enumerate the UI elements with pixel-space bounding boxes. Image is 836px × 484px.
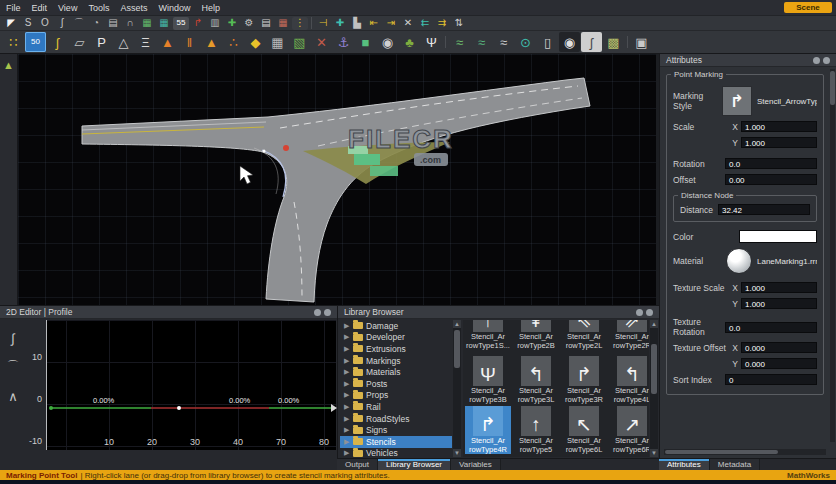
tab-metadata[interactable]: Metadata [710, 459, 760, 470]
marking-point-tool-icon[interactable]: 50 [25, 32, 46, 52]
elevation-pin-tool-icon[interactable]: ⊙ [515, 32, 536, 52]
select-tool-icon[interactable]: ◤ [3, 17, 19, 30]
barricade-icon[interactable]: ▲ [201, 32, 222, 52]
bridge-tool-icon[interactable]: ∩ [122, 17, 138, 30]
rotation-input[interactable]: 0.0 [725, 158, 817, 169]
scroll-down-icon[interactable]: ▼ [650, 449, 658, 457]
stencil-thumbnail-rowtype6l[interactable]: ↖Stencil_ArrowType6L [561, 406, 607, 454]
lane-center-tool-icon[interactable]: ⇅ [451, 17, 467, 30]
road-loop-tool-icon[interactable]: O [37, 17, 53, 30]
expand-icon[interactable]: ▶ [344, 345, 350, 353]
thumbnails-scrollbar[interactable]: ▲ ▼ [650, 320, 658, 457]
panel-options-icon[interactable] [636, 309, 643, 316]
road-spline-tool-icon[interactable]: ʃ [54, 17, 70, 30]
copy-scene-tool-icon[interactable]: ▣ [631, 32, 652, 52]
tree-item-signs[interactable]: ▶Signs [340, 424, 452, 436]
scale-y-input[interactable]: 1.000 [741, 137, 817, 148]
repair-tools-icon[interactable]: ✕ [311, 32, 332, 52]
tab-attributes[interactable]: Attributes [659, 459, 710, 470]
terrain-patch-tool-icon[interactable]: ▧ [289, 32, 310, 52]
attributes-horizontal-scrollbar[interactable] [664, 449, 826, 455]
tree-item-damage[interactable]: ▶Damage [340, 320, 452, 332]
profile-plot[interactable]: 1020304070800.00%0.00%0.00% [46, 320, 336, 450]
tree-item-markings[interactable]: ▶Markings [340, 355, 452, 367]
tree-item-stencils[interactable]: ▶Stencils [340, 436, 452, 448]
vegetation-tool-icon[interactable]: ♣ [399, 32, 420, 52]
tree-item-materials[interactable]: ▶Materials [340, 366, 452, 378]
prop-tool-icon[interactable]: ⚙ [241, 17, 257, 30]
expand-icon[interactable]: ▶ [344, 449, 350, 457]
tab-output[interactable]: Output [337, 459, 378, 470]
panel-close-icon[interactable] [324, 309, 331, 316]
ground-tile-tool-icon[interactable]: ■ [355, 32, 376, 52]
stage-export-tool-icon[interactable]: ▩ [603, 32, 624, 52]
lane-cut-tool-icon[interactable]: ✕ [400, 17, 416, 30]
stencil-thumbnail-rowtype2b[interactable]: ⇞Stencil_ArrowType2B [513, 320, 559, 350]
scene-button[interactable]: Scene [784, 2, 832, 13]
expand-icon[interactable]: ▶ [344, 415, 350, 423]
panel-close-icon[interactable] [823, 57, 830, 64]
stencil-thumbnail-rowtype3r[interactable]: ↱Stencil_ArrowType3R [561, 356, 607, 404]
stencil-thumbnail-rowtype2l[interactable]: ⇖Stencil_ArrowType2L [561, 320, 607, 350]
marking-polygon-tool-icon[interactable]: ▱ [69, 32, 90, 52]
marking-stripes-tool-icon[interactable]: ∷ [3, 32, 24, 52]
texture-scale-x-input[interactable]: 1.000 [741, 282, 817, 293]
panel-options-icon[interactable] [813, 57, 820, 64]
guardrail-tool-icon[interactable]: ▥ [207, 17, 223, 30]
tree-item-posts[interactable]: ▶Posts [340, 378, 452, 390]
lane-shift-left-tool-icon[interactable]: ⇇ [417, 17, 433, 30]
panel-close-icon[interactable] [646, 309, 653, 316]
surface-stack-tool-icon[interactable]: ≈ [471, 32, 492, 52]
profile-curve-icon[interactable]: ∫ [4, 330, 22, 346]
attributes-vertical-scrollbar[interactable] [830, 69, 835, 442]
material-thumbnail[interactable] [726, 248, 752, 274]
stencil-thumbnail-rowtype2r[interactable]: ⇗Stencil_ArrowType2R [609, 320, 649, 350]
expand-icon[interactable]: ▶ [344, 333, 350, 341]
tab-library-browser[interactable]: Library Browser [378, 459, 451, 470]
menu-tools[interactable]: Tools [88, 3, 109, 13]
texture-offset-y-input[interactable]: 0.000 [741, 358, 817, 369]
road-fork-tool-icon[interactable]: Ψ [421, 32, 442, 52]
marking-style-thumbnail[interactable]: ↱ [722, 86, 752, 116]
marking-curve-tool-icon[interactable]: ʃ [47, 32, 68, 52]
tree-item-props[interactable]: ▶Props [340, 390, 452, 402]
menu-view[interactable]: View [58, 3, 77, 13]
heightmap-tool-icon[interactable]: ▙ [349, 17, 365, 30]
surface-cut-tool-icon[interactable]: ≈ [493, 32, 514, 52]
distance-input[interactable]: 32.42 [718, 204, 810, 215]
surface-layer-tool-icon[interactable]: ≈ [449, 32, 470, 52]
building-tool-icon[interactable]: ▦ [267, 32, 288, 52]
menu-help[interactable]: Help [201, 3, 220, 13]
traffic-signal-tool-icon[interactable]: ⋮ [292, 17, 308, 30]
terrain-icon[interactable]: ▲ [1, 58, 16, 72]
road-plan-tool-icon[interactable]: S [20, 17, 36, 30]
offset-input[interactable]: 0.00 [725, 174, 817, 185]
lane-width-tool-icon[interactable]: ⊣ [315, 17, 331, 30]
protractor-tool-icon[interactable]: ◔ [88, 17, 104, 30]
stencil-thumbnail-rowtype4l[interactable]: ↰Stencil_ArrowType4L [609, 356, 649, 404]
texture-scale-y-input[interactable]: 1.000 [741, 298, 817, 309]
road-arc-tool-icon[interactable]: ⌒ [71, 17, 87, 30]
traffic-cone-icon[interactable]: ▲ [157, 32, 178, 52]
tree-item-extrusions[interactable]: ▶Extrusions [340, 343, 452, 355]
lane-branch-tool-icon[interactable]: ↱ [190, 17, 206, 30]
tree-scrollbar[interactable]: ▲ ▼ [453, 320, 461, 457]
junction-surface-tool-icon[interactable]: ▦ [275, 17, 291, 30]
delineator-posts-icon[interactable]: ‖ [179, 32, 200, 52]
stencil-thumbnail-rowtype3b[interactable]: ΨStencil_ArrowType3B [465, 356, 511, 404]
warning-sign-icon[interactable]: ◆ [245, 32, 266, 52]
expand-icon[interactable]: ▶ [344, 322, 350, 330]
parking-marking-tool-icon[interactable]: P [91, 32, 112, 52]
lane-insert-right-tool-icon[interactable]: ⇥ [383, 17, 399, 30]
expand-icon[interactable]: ▶ [344, 368, 350, 376]
color-swatch[interactable] [739, 230, 817, 243]
junction-add-tool-icon[interactable]: ✚ [224, 17, 240, 30]
panel-options-icon[interactable] [314, 309, 321, 316]
menu-file[interactable]: File [6, 3, 21, 13]
expand-icon[interactable]: ▶ [344, 426, 350, 434]
snapshot-camera-icon[interactable]: ◉ [559, 32, 580, 52]
viewport-3d[interactable]: FILECR .com [18, 54, 656, 305]
road-grid-tool-icon[interactable]: ▦ [156, 17, 172, 30]
scroll-down-icon[interactable]: ▼ [453, 449, 461, 457]
sort-index-input[interactable]: 0 [725, 374, 817, 385]
